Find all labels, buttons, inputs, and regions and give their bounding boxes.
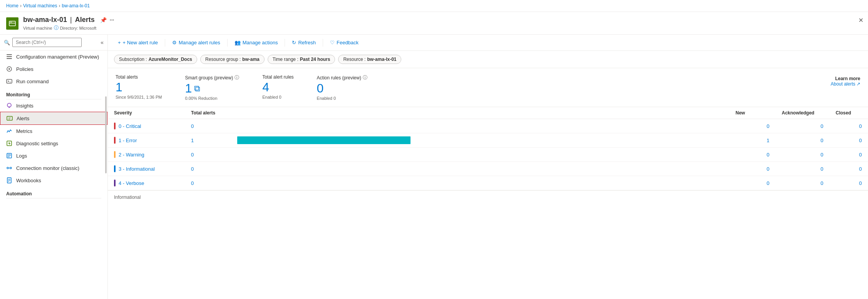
table-row: 3 - Informational 0 0 0 0 <box>108 162 868 176</box>
col-header-total: Total alerts <box>185 107 231 119</box>
sidebar-item-connection-monitor[interactable]: Connection monitor (classic) <box>0 162 107 174</box>
severity-link-1[interactable]: 1 - Error <box>119 138 137 143</box>
run-label: Run command <box>16 79 49 84</box>
bar-cell-4 <box>231 176 729 190</box>
ack-link-4[interactable]: 0 <box>821 180 823 186</box>
resource-icon <box>6 17 18 30</box>
close-button[interactable]: ✕ <box>858 17 863 24</box>
severity-cell-1: 1 - Error <box>108 133 185 148</box>
feedback-button[interactable]: ♡ Feedback <box>326 38 362 47</box>
bar-cell-1 <box>231 133 729 148</box>
page-title: Alerts <box>75 16 95 24</box>
ack-link-0[interactable]: 0 <box>821 123 823 129</box>
severity-bar-1 <box>114 137 116 144</box>
policies-label: Policies <box>16 66 34 72</box>
gear-icon: ⚙ <box>172 40 177 45</box>
total-link-2[interactable]: 0 <box>191 152 194 158</box>
severity-cell-0: 0 - Critical <box>108 119 185 133</box>
monitoring-section-label: Monitoring <box>0 87 107 99</box>
logs-label: Logs <box>16 153 27 159</box>
breadcrumb-resource[interactable]: bw-ama-lx-01 <box>62 3 90 8</box>
new-cell-2: 0 <box>729 148 776 162</box>
ack-link-3[interactable]: 0 <box>821 166 823 172</box>
insights-label: Insights <box>16 103 34 109</box>
severity-bar-0 <box>114 123 116 129</box>
total-alerts-value[interactable]: 1 <box>116 81 122 94</box>
new-alert-rule-button[interactable]: + + New alert rule <box>114 38 162 47</box>
col-header-closed: Closed <box>829 107 868 119</box>
closed-cell-3: 0 <box>829 162 868 176</box>
sidebar-item-diagnostic[interactable]: Diagnostic settings <box>0 137 107 150</box>
table-row: 1 - Error 1 1 0 0 <box>108 133 868 148</box>
closed-link-1[interactable]: 0 <box>859 138 862 143</box>
sidebar-item-run-command[interactable]: Run command <box>0 75 107 87</box>
new-link-4[interactable]: 0 <box>767 180 769 186</box>
manage-alert-rules-button[interactable]: ⚙ Manage alert rules <box>168 38 224 47</box>
sidebar-item-config[interactable]: Configuration management (Preview) <box>0 50 107 63</box>
new-cell-0: 0 <box>729 119 776 133</box>
sidebar-item-metrics[interactable]: Metrics <box>0 125 107 137</box>
workbooks-icon <box>6 177 12 183</box>
total-link-0[interactable]: 0 <box>191 123 194 129</box>
col-header-severity: Severity <box>108 107 185 119</box>
breadcrumb: Home › Virtual machines › bw-ama-lx-01 <box>0 0 868 12</box>
about-alerts-link[interactable]: About alerts ↗ <box>831 81 860 87</box>
search-input[interactable] <box>12 38 82 47</box>
collapse-icon[interactable]: « <box>101 39 104 45</box>
ack-cell-3: 0 <box>776 162 829 176</box>
total-link-3[interactable]: 0 <box>191 166 194 172</box>
severity-link-0[interactable]: 0 - Critical <box>119 123 141 129</box>
automation-section-label: Automation <box>0 186 107 198</box>
severity-bar-2 <box>114 151 116 158</box>
sidebar-item-logs[interactable]: Logs <box>0 150 107 162</box>
sidebar-item-alerts[interactable]: Alerts <box>0 112 107 125</box>
diagnostic-label: Diagnostic settings <box>16 141 58 146</box>
svg-rect-5 <box>7 56 12 57</box>
closed-link-0[interactable]: 0 <box>859 123 862 129</box>
more-icon[interactable]: ··· <box>110 17 114 23</box>
toolbar-divider-4 <box>323 39 323 47</box>
ack-link-1[interactable]: 0 <box>821 138 823 143</box>
informational-label: Informational <box>114 195 141 200</box>
sidebar-item-insights[interactable]: Insights <box>0 99 107 112</box>
severity-cell-4: 4 - Verbose <box>108 176 185 190</box>
subscription-filter[interactable]: Subscription : AzureMonitor_Docs <box>114 55 197 64</box>
total-link-4[interactable]: 0 <box>191 180 194 186</box>
toolbar-divider-3 <box>285 39 285 47</box>
closed-link-4[interactable]: 0 <box>859 180 862 186</box>
smart-groups-value[interactable]: 1 <box>185 82 192 95</box>
time-range-filter[interactable]: Time range : Past 24 hours <box>268 55 335 64</box>
breadcrumb-vms[interactable]: Virtual machines <box>23 3 57 8</box>
closed-link-2[interactable]: 0 <box>859 152 862 158</box>
new-link-2[interactable]: 0 <box>767 152 769 158</box>
svg-rect-12 <box>7 116 12 120</box>
refresh-button[interactable]: ↻ Refresh <box>288 38 320 47</box>
resource-filter[interactable]: Resource : bw-ama-lx-01 <box>338 55 401 64</box>
total-link-1[interactable]: 1 <box>191 138 194 143</box>
pin-icon[interactable]: 📌 <box>100 17 107 23</box>
severity-link-2[interactable]: 2 - Warning <box>119 152 144 158</box>
severity-link-3[interactable]: 3 - Informational <box>119 166 155 172</box>
ack-link-2[interactable]: 0 <box>821 152 823 158</box>
new-link-1[interactable]: 1 <box>767 138 769 143</box>
resource-type: Virtual machine <box>23 26 52 30</box>
toolbar-divider-1 <box>165 39 165 47</box>
ack-cell-2: 0 <box>776 148 829 162</box>
policies-icon <box>6 66 12 72</box>
manage-actions-button[interactable]: 👥 Manage actions <box>231 38 282 47</box>
action-rules-card: Action rules (preview) ⓘ 0 Enabled 0 <box>317 74 367 101</box>
action-rules-info-icon: ⓘ <box>363 74 367 81</box>
new-link-3[interactable]: 0 <box>767 166 769 172</box>
severity-link-4[interactable]: 4 - Verbose <box>119 180 144 186</box>
svg-rect-6 <box>7 58 12 59</box>
new-link-0[interactable]: 0 <box>767 123 769 129</box>
sidebar-item-workbooks[interactable]: Workbooks <box>0 174 107 186</box>
sidebar-item-policies[interactable]: Policies <box>0 63 107 75</box>
total-alert-rules-value[interactable]: 4 <box>262 81 269 94</box>
resource-group-filter[interactable]: Resource group : bw-ama <box>200 55 265 64</box>
action-rules-value[interactable]: 0 <box>317 82 324 95</box>
closed-link-3[interactable]: 0 <box>859 166 862 172</box>
alerts-label: Alerts <box>17 116 29 121</box>
alerts-icon <box>7 115 13 121</box>
breadcrumb-home[interactable]: Home <box>6 3 18 8</box>
